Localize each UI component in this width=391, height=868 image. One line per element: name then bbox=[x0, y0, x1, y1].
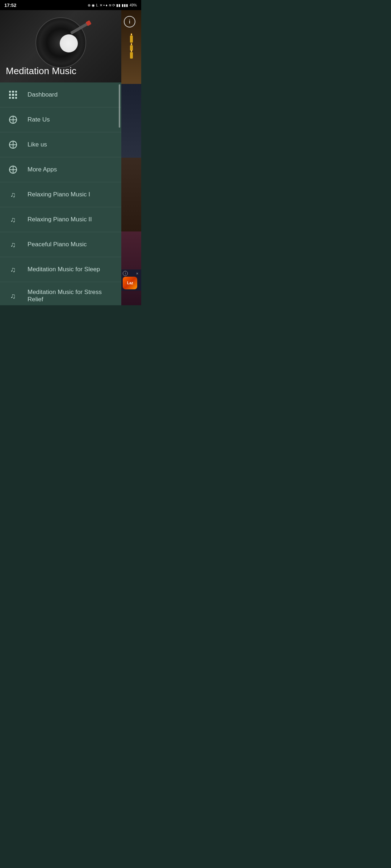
drawer-item-like-us[interactable]: Like us bbox=[0, 132, 121, 157]
dashboard-label: Dashboard bbox=[28, 91, 58, 98]
relaxing-piano-1-label: Relaxing Piano Music I bbox=[28, 191, 90, 198]
drawer-item-meditation-stress[interactable]: ♫ Meditation Music for Stress Relief bbox=[0, 282, 121, 305]
ad-banner[interactable]: i × Laz bbox=[121, 269, 141, 291]
meditation-stress-label: Meditation Music for Stress Relief bbox=[28, 289, 114, 303]
ad-close-button[interactable]: × bbox=[135, 271, 140, 276]
hero-title: Meditation Music bbox=[6, 65, 76, 77]
music-icon-4: ♫ bbox=[7, 264, 19, 275]
ad-logo[interactable]: Laz bbox=[123, 277, 137, 289]
vinyl-label bbox=[60, 34, 78, 52]
drawer-menu: Dashboard Rate Us Like us More Apps bbox=[0, 82, 121, 305]
peaceful-piano-label: Peaceful Piano Music bbox=[28, 241, 87, 248]
globe-icon-more bbox=[7, 164, 19, 175]
like-us-label: Like us bbox=[28, 141, 47, 148]
hero-section: Meditation Music bbox=[0, 10, 121, 82]
info-icon: i bbox=[129, 19, 130, 25]
drawer-item-rate-us[interactable]: Rate Us bbox=[0, 107, 121, 132]
notification-icons: ⊗ ◉ 𝕃 ✕ • ♦ ≋ ⟳ ▮▮ ▮▮▮ bbox=[88, 3, 128, 7]
music-icon-5: ♫ bbox=[7, 290, 19, 302]
music-icon-1: ♫ bbox=[7, 189, 19, 200]
globe-icon-rate bbox=[7, 114, 19, 125]
scroll-indicator bbox=[119, 84, 120, 128]
vinyl-circle bbox=[35, 17, 86, 68]
status-bar: 17:52 ⊗ ◉ 𝕃 ✕ • ♦ ≋ ⟳ ▮▮ ▮▮▮ 49% bbox=[0, 0, 141, 10]
status-time: 17:52 bbox=[4, 3, 16, 8]
drawer-item-relaxing-piano-2[interactable]: ♫ Relaxing Piano Music II bbox=[0, 207, 121, 232]
drawer-item-dashboard[interactable]: Dashboard bbox=[0, 82, 121, 107]
battery-indicator: 49% bbox=[130, 3, 137, 7]
music-icon-3: ♫ bbox=[7, 239, 19, 250]
drawer-item-relaxing-piano-1[interactable]: ♫ Relaxing Piano Music I bbox=[0, 182, 121, 207]
info-button[interactable]: i bbox=[124, 16, 135, 27]
rate-us-label: Rate Us bbox=[28, 116, 50, 123]
ad-info-icon[interactable]: i bbox=[123, 271, 128, 276]
thumb-red bbox=[121, 231, 141, 305]
main-container: Meditation Music i Dashboard Rate Us bbox=[0, 10, 141, 305]
ad-controls: i × bbox=[123, 271, 140, 276]
music-icon-2: ♫ bbox=[7, 214, 19, 225]
drawer-item-meditation-sleep[interactable]: ♫ Meditation Music for Sleep bbox=[0, 257, 121, 282]
more-apps-label: More Apps bbox=[28, 166, 57, 173]
thumb-nature bbox=[121, 158, 141, 231]
meditation-sleep-label: Meditation Music for Sleep bbox=[28, 266, 100, 273]
thumb-dark bbox=[121, 84, 141, 158]
drawer-item-more-apps[interactable]: More Apps bbox=[0, 157, 121, 182]
grid-icon bbox=[7, 89, 19, 101]
right-thumbnails bbox=[121, 10, 141, 305]
drawer-item-peaceful-piano[interactable]: ♫ Peaceful Piano Music bbox=[0, 232, 121, 257]
status-icons: ⊗ ◉ 𝕃 ✕ • ♦ ≋ ⟳ ▮▮ ▮▮▮ 49% bbox=[88, 3, 137, 7]
vinyl-record bbox=[28, 14, 93, 72]
globe-icon-like bbox=[7, 139, 19, 150]
relaxing-piano-2-label: Relaxing Piano Music II bbox=[28, 216, 92, 223]
